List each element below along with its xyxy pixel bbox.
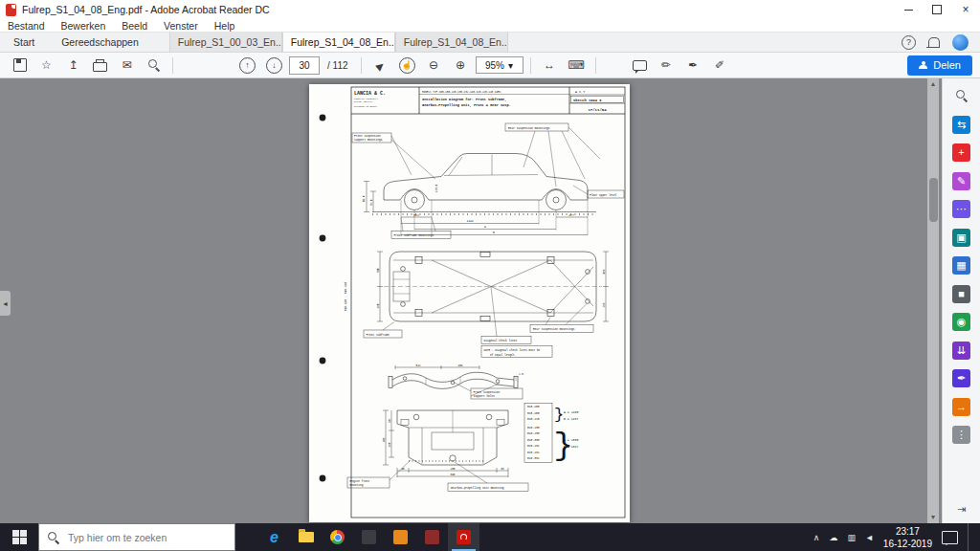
print-button[interactable] bbox=[88, 55, 112, 76]
comment-icon[interactable]: ⋯ bbox=[952, 200, 970, 218]
part-number: 818.330 bbox=[527, 439, 540, 442]
file-explorer-icon[interactable] bbox=[290, 523, 322, 551]
app-icon-dark[interactable] bbox=[353, 523, 385, 551]
acrobat-icon[interactable] bbox=[448, 523, 479, 551]
tools-sidebar: ⇆ + ✎ ⋯ ▣ ▦ ■ ◉ ⇊ ✒ → ⋮ ⇥ bbox=[942, 78, 980, 523]
network-icon[interactable]: ▥ bbox=[847, 533, 856, 542]
chrome-icon[interactable] bbox=[322, 523, 353, 551]
minimize-button[interactable] bbox=[894, 0, 923, 19]
fill-sign-button[interactable]: ✒ bbox=[681, 55, 705, 76]
more-tools-icon[interactable]: ⋮ bbox=[952, 426, 970, 444]
highlight-tool-button[interactable]: ✐ bbox=[708, 55, 732, 76]
dim-label: 755 bbox=[377, 268, 380, 273]
taskbar-search[interactable] bbox=[38, 523, 235, 551]
scroll-down-arrow[interactable]: ▼ bbox=[927, 512, 939, 523]
previous-page-button[interactable]: ↑ bbox=[235, 55, 259, 76]
document-tab-2-active[interactable]: Fulrep_S1_04_08_En... × bbox=[282, 33, 395, 52]
dim-label: 438.5 bbox=[435, 184, 438, 192]
subframe-front-detail bbox=[397, 410, 508, 465]
volume-icon[interactable]: ◄ bbox=[865, 533, 874, 542]
taskbar-search-input[interactable] bbox=[66, 531, 213, 544]
model-dimension-table: 818.100 818.200 818.210 818.130 818.230 … bbox=[524, 404, 578, 465]
company-name: LANCIA & C. bbox=[354, 91, 386, 97]
create-pdf-icon[interactable]: + bbox=[952, 143, 970, 162]
zoom-level-select[interactable]: 95% ▾ bbox=[476, 56, 523, 74]
edge-icon[interactable]: e bbox=[258, 523, 290, 551]
note-text: of equal length. bbox=[490, 353, 516, 357]
bell-icon bbox=[928, 37, 940, 47]
maximize-button[interactable] bbox=[923, 0, 951, 19]
fit-width-button[interactable]: ↔ bbox=[538, 55, 562, 76]
upload-share-button[interactable]: ↥ bbox=[61, 55, 85, 76]
onedrive-icon[interactable]: ☁ bbox=[829, 533, 837, 542]
nav-pane-toggle[interactable]: ◄ bbox=[0, 291, 11, 316]
company-line3: Torino (Italia) bbox=[354, 100, 373, 103]
tray-chevron-up-icon[interactable]: ∧ bbox=[813, 533, 820, 542]
send-for-signature-icon[interactable]: → bbox=[952, 398, 970, 416]
edit-pdf-icon[interactable]: ✎ bbox=[952, 172, 970, 190]
search-tools-button[interactable] bbox=[952, 87, 970, 105]
table-value: B = 1347 bbox=[564, 445, 578, 449]
start-button[interactable] bbox=[0, 523, 38, 551]
menu-beeld[interactable]: Beeld bbox=[122, 20, 147, 32]
organize-pages-icon[interactable]: ▦ bbox=[952, 256, 970, 275]
main-toolbar: ☆ ↥ ✉ ↑ ↓ / 112 ▶ ☝ ⊖ ⊕ 95% ▾ ↔ ⌨ ✏ ✒ ✐ … bbox=[0, 53, 980, 78]
select-tool-button[interactable]: ▶ bbox=[368, 55, 392, 76]
menu-bewerken[interactable]: Bewerken bbox=[61, 20, 106, 32]
menu-venster[interactable]: Venster bbox=[164, 20, 198, 32]
plan-view-callouts bbox=[364, 287, 593, 358]
page-number-input[interactable] bbox=[289, 56, 320, 75]
document-tab-1[interactable]: Fulrep_S1_00_03_En... bbox=[169, 33, 282, 52]
zoom-in-button[interactable]: ⊕ bbox=[449, 55, 473, 76]
save-button[interactable] bbox=[8, 55, 32, 76]
dim-label: 2.5 bbox=[519, 373, 523, 376]
dim-label: 70.5 bbox=[370, 199, 373, 206]
callout-label: Front suspension bbox=[354, 134, 381, 138]
favorites-button[interactable]: ☆ bbox=[34, 55, 58, 76]
export-pdf-icon[interactable]: ⇆ bbox=[952, 116, 970, 134]
keyboard-shortcuts-button[interactable]: ⌨ bbox=[565, 55, 589, 76]
vertical-scrollbar[interactable]: ▲ ▼ bbox=[927, 78, 939, 523]
dim-label: 1444 bbox=[466, 220, 473, 223]
close-button[interactable]: × bbox=[951, 0, 980, 19]
crossmember-labels: 522 454 2.5 Front suspension support hol… bbox=[415, 364, 523, 399]
next-page-button[interactable]: ↓ bbox=[262, 55, 286, 76]
zoom-out-button[interactable]: ⊖ bbox=[422, 55, 446, 76]
tab-start[interactable]: Start bbox=[0, 33, 48, 52]
pencil-tool-button[interactable]: ✏ bbox=[655, 55, 679, 76]
share-button[interactable]: Delen bbox=[907, 55, 972, 76]
action-center-icon[interactable] bbox=[942, 531, 958, 544]
find-button[interactable] bbox=[142, 55, 166, 76]
clock-date: 16-12-2019 bbox=[883, 538, 932, 550]
fill-sign-icon[interactable]: ✒ bbox=[952, 369, 970, 387]
compress-pdf-icon[interactable]: ⇊ bbox=[952, 342, 970, 360]
part-number: 818.232 bbox=[527, 452, 540, 454]
tab-tools[interactable]: Gereedschappen bbox=[48, 33, 152, 52]
help-icon[interactable]: ? bbox=[902, 35, 916, 50]
scroll-up-arrow[interactable]: ▲ bbox=[927, 78, 939, 90]
taskbar-clock[interactable]: 23:17 16-12-2019 bbox=[883, 525, 932, 550]
combine-files-icon[interactable]: ▣ bbox=[952, 229, 970, 247]
title-block: LANCIA & C. Fabbrica Automobili Torino (… bbox=[354, 90, 607, 113]
account-avatar[interactable] bbox=[952, 34, 969, 51]
menu-bestand[interactable]: Bestand bbox=[8, 20, 45, 32]
callout-label: mounting bbox=[350, 483, 364, 487]
email-button[interactable]: ✉ bbox=[115, 55, 139, 76]
person-icon bbox=[919, 61, 927, 70]
show-desktop-button[interactable] bbox=[968, 523, 973, 551]
hand-tool-button[interactable]: ☝ bbox=[395, 55, 419, 76]
ast-label: A S T bbox=[575, 90, 585, 94]
redact-icon[interactable]: ■ bbox=[952, 285, 970, 303]
comment-button[interactable] bbox=[628, 55, 652, 76]
protect-icon[interactable]: ◉ bbox=[952, 313, 970, 331]
document-tab-3[interactable]: Fulrep_S1_04_08_En... bbox=[395, 33, 508, 52]
crossmember-detail bbox=[389, 365, 523, 399]
scrollbar-thumb[interactable] bbox=[929, 178, 938, 222]
app-icon-maroon[interactable] bbox=[416, 523, 448, 551]
panel-toggle-icon[interactable]: ⇥ bbox=[957, 503, 966, 516]
notifications-bell-icon[interactable] bbox=[928, 37, 940, 47]
dim-label: 85.5 bbox=[363, 195, 366, 202]
menu-help[interactable]: Help bbox=[214, 20, 235, 32]
page-count-label: / 112 bbox=[327, 60, 348, 71]
app-icon-orange[interactable] bbox=[385, 523, 416, 551]
